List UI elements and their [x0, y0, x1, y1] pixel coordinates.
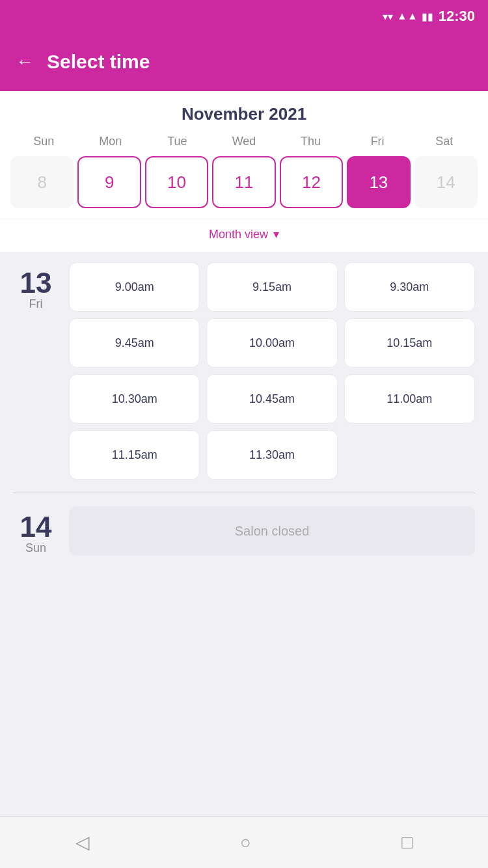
time-slot-1100am[interactable]: 11.00am [344, 374, 475, 424]
time-slot-1000am[interactable]: 10.00am [206, 318, 337, 368]
weekday-sun: Sun [10, 135, 77, 148]
day-label-14: 14 Sun [13, 506, 59, 556]
weekday-sat: Sat [411, 135, 478, 148]
day-block-14: 14 Sun Salon closed [13, 506, 475, 556]
header: ← Select time [0, 33, 488, 91]
time-slot-1015am[interactable]: 10.15am [344, 318, 475, 368]
date-cell-13[interactable]: 13 [347, 156, 410, 208]
nav-back-button[interactable]: ◁ [75, 832, 90, 853]
signal-icon: ▲▲ [397, 10, 418, 22]
time-slot-1130am[interactable]: 11.30am [206, 430, 337, 480]
time-slot-1115am[interactable]: 11.15am [69, 430, 200, 480]
month-view-label[interactable]: Month view [209, 228, 268, 241]
day-number-13: 13 [20, 269, 52, 297]
slots-grid-13: 9.00am 9.15am 9.30am 9.45am 10.00am 10.1… [69, 262, 475, 480]
month-view-row: Month view ▾ [0, 219, 488, 252]
status-icons: ▾▾ ▲▲ ▮▮ [383, 10, 433, 23]
time-slot-900am[interactable]: 9.00am [69, 262, 200, 312]
time-slot-1030am[interactable]: 10.30am [69, 374, 200, 424]
back-button[interactable]: ← [16, 53, 34, 71]
weekday-mon: Mon [77, 135, 144, 148]
time-slot-1045am[interactable]: 10.45am [206, 374, 337, 424]
day-name-fri: Fri [29, 297, 43, 311]
weekday-thu: Thu [277, 135, 344, 148]
bottom-nav: ◁ ○ □ [0, 816, 488, 868]
day-divider [13, 493, 475, 493]
day-label-13: 13 Fri [13, 262, 59, 480]
day-number-14: 14 [20, 513, 52, 541]
dates-row: 8 9 10 11 12 13 14 [10, 156, 478, 219]
date-cell-14[interactable]: 14 [414, 156, 478, 208]
time-slots-section: 13 Fri 9.00am 9.15am 9.30am 9.45am 10.00… [0, 252, 488, 631]
nav-recent-button[interactable]: □ [401, 832, 413, 853]
salon-closed-slot: Salon closed [69, 506, 475, 556]
status-bar: ▾▾ ▲▲ ▮▮ 12:30 [0, 0, 488, 33]
battery-icon: ▮▮ [422, 10, 433, 23]
day-name-sun: Sun [25, 541, 46, 555]
weekday-tue: Tue [144, 135, 211, 148]
time-slot-915am[interactable]: 9.15am [206, 262, 337, 312]
date-cell-11[interactable]: 11 [212, 156, 275, 208]
chevron-down-icon[interactable]: ▾ [273, 227, 279, 241]
time-slot-930am[interactable]: 9.30am [344, 262, 475, 312]
date-cell-8[interactable]: 8 [10, 156, 74, 208]
time-slot-945am[interactable]: 9.45am [69, 318, 200, 368]
nav-home-button[interactable]: ○ [240, 832, 251, 853]
month-year-title: November 2021 [10, 104, 478, 124]
page-title: Select time [47, 51, 150, 73]
date-cell-12[interactable]: 12 [280, 156, 343, 208]
wifi-icon: ▾▾ [383, 10, 393, 23]
weekdays-row: Sun Mon Tue Wed Thu Fri Sat [10, 135, 478, 148]
calendar-section: November 2021 Sun Mon Tue Wed Thu Fri Sa… [0, 91, 488, 219]
weekday-fri: Fri [344, 135, 411, 148]
day-block-13: 13 Fri 9.00am 9.15am 9.30am 9.45am 10.00… [13, 262, 475, 480]
date-cell-10[interactable]: 10 [145, 156, 208, 208]
weekday-wed: Wed [211, 135, 278, 148]
status-time: 12:30 [439, 8, 475, 25]
date-cell-9[interactable]: 9 [77, 156, 141, 208]
